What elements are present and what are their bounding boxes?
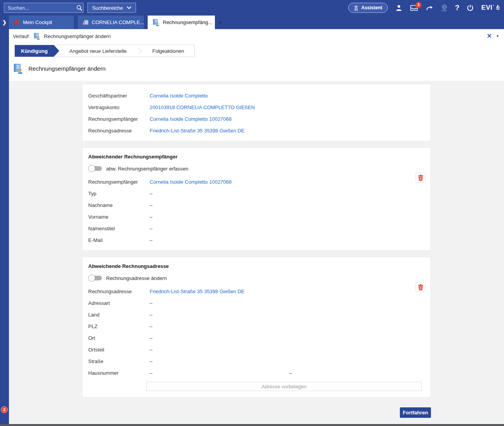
- field-label: Ort: [88, 335, 150, 341]
- application-window: Suchbereiche Assistent: [0, 0, 504, 426]
- sidebar-notification-badge: 3: [1, 406, 8, 413]
- field-label: Vertragskonto: [88, 104, 150, 110]
- step-angebot-neue-lieferstelle[interactable]: Angebot neue Lieferstelle: [59, 45, 137, 57]
- field-label: Rechnungsadresse: [88, 128, 150, 134]
- field-value-link[interactable]: Cornelia Isolde Completto: [150, 93, 289, 99]
- sidebar-expand-button[interactable]: ❯: [0, 16, 9, 29]
- global-search: [4, 3, 84, 13]
- field-value-link[interactable]: 200103918 CORNELIA COMPLETTO GIEßEN: [150, 104, 289, 110]
- field-label: Hausnummer: [88, 370, 150, 376]
- history-current-item[interactable]: Rechnungsempfänger ändern: [44, 33, 111, 39]
- field-label: Ortsteil: [88, 347, 150, 353]
- close-process-icon[interactable]: ✕: [487, 33, 492, 39]
- cmd-globe-icon[interactable]: CMD: [441, 4, 448, 12]
- field-row: Ort–: [88, 332, 425, 344]
- logout-power-button[interactable]: [467, 4, 474, 11]
- redo-icon[interactable]: [426, 5, 434, 11]
- inbox-count-badge: 3: [415, 2, 422, 8]
- fortfahren-button[interactable]: Fortfahren: [400, 407, 431, 418]
- invoice-recipient-icon: [152, 19, 160, 26]
- abw-rechnungsempfaenger-toggle[interactable]: [88, 165, 102, 172]
- field-row: GeschäftspartnerCornelia Isolde Complett…: [88, 90, 425, 101]
- card-title: Abweichender Rechnungsempfänger: [88, 154, 425, 160]
- history-label: Verlauf:: [13, 33, 30, 39]
- search-icon[interactable]: [76, 5, 83, 11]
- field-row: Hausnummer––: [88, 367, 425, 379]
- lighthouse-icon: [354, 5, 359, 11]
- invoice-recipient-icon: [13, 63, 23, 74]
- trash-icon: [418, 174, 424, 181]
- field-row: Namenstitel–: [88, 223, 425, 234]
- card-vertragsdaten: GeschäftspartnerCornelia Isolde Complett…: [82, 84, 431, 141]
- history-dropdown-icon[interactable]: ▾: [497, 34, 499, 38]
- tab-close-icon[interactable]: ✕: [218, 20, 222, 25]
- field-rows: RechnungsempfängerCornelia Isolde Comple…: [88, 176, 425, 246]
- main-area: 3 Verlauf: Rec: [0, 29, 504, 424]
- step-kuendigung[interactable]: Kündigung: [15, 45, 59, 57]
- field-label: Rechnungsadresse: [88, 289, 150, 294]
- tab-label: Mein Cockpit: [23, 19, 52, 25]
- field-value: –: [150, 347, 289, 353]
- toggle-knob: [88, 275, 95, 282]
- field-value: –: [150, 226, 289, 231]
- field-label: Rechnungsempfänger: [88, 179, 150, 185]
- footer-actions: Fortfahren: [82, 403, 431, 423]
- tab-rechnungsempfaenger[interactable]: Rechnungsempfäng... ✕: [148, 16, 215, 29]
- building-icon: [82, 19, 89, 26]
- collapsed-sidebar[interactable]: 3: [0, 29, 9, 424]
- adresse-vorbelegen-button[interactable]: Adresse vorbelegen: [146, 382, 422, 391]
- tab-cornelia-completto[interactable]: CORNELIA COMPLE... ✕: [78, 16, 144, 29]
- field-row: Nachname–: [88, 199, 425, 211]
- field-label: PLZ: [88, 323, 150, 329]
- field-value-link[interactable]: Friedrich-List-Straße 35 35398 Gießen DE: [150, 289, 289, 294]
- field-row: Vertragskonto200103918 CORNELIA COMPLETT…: [88, 101, 425, 113]
- field-row: Land–: [88, 309, 425, 320]
- field-value: –: [150, 191, 289, 196]
- field-value-link[interactable]: Friedrich-List-Straße 35 35398 Gießen DE: [150, 128, 289, 134]
- field-value: –: [150, 370, 289, 376]
- field-label: Straße: [88, 358, 150, 364]
- search-input[interactable]: [8, 5, 76, 11]
- assistant-button[interactable]: Assistent: [348, 3, 388, 13]
- page-title: Rechnungsempfänger ändern: [28, 65, 105, 72]
- tab-label: Rechnungsempfäng...: [163, 19, 212, 25]
- search-scope-dropdown[interactable]: Suchbereiche: [87, 3, 136, 13]
- toggle-row: abw. Rechnungsempfänger erfassen: [88, 163, 425, 174]
- help-button[interactable]: ?: [455, 3, 460, 12]
- field-value: –: [150, 312, 289, 318]
- field-rows: RechnungsadresseFriedrich-List-Straße 35…: [88, 285, 425, 379]
- history-row: Verlauf: Rechnungsempfänger ändern: [9, 29, 504, 43]
- field-row: Typ–: [88, 188, 425, 199]
- field-row: RechnungsempfängerCornelia Isolde Comple…: [88, 176, 425, 188]
- field-value-link[interactable]: Cornelia Isolde Completto 10027068: [150, 179, 289, 185]
- user-button[interactable]: [395, 4, 403, 11]
- field-value-link[interactable]: Cornelia Isolde Completto 10027068: [150, 116, 289, 122]
- tab-mein-cockpit[interactable]: Mein Cockpit: [9, 16, 74, 29]
- field-row: E-Mail–: [88, 234, 425, 246]
- field-row: Vorname–: [88, 211, 425, 223]
- content-header-controls: ✕ ▾: [487, 33, 499, 39]
- field-label: Nachname: [88, 202, 150, 208]
- field-value: –: [150, 214, 289, 220]
- field-label: Typ: [88, 191, 150, 196]
- field-row: RechnungsadresseFriedrich-List-Straße 35…: [88, 125, 425, 136]
- delete-recipient-button[interactable]: [415, 172, 426, 183]
- toggle-label: abw. Rechnungsempfänger erfassen: [106, 166, 188, 172]
- step-separator-icon: [137, 45, 142, 57]
- delete-address-button[interactable]: [415, 282, 426, 292]
- brand-text: EVI: [481, 4, 492, 12]
- bottom-status-bar: [0, 424, 504, 426]
- cmd-label: CMD: [441, 9, 447, 12]
- inbox-button[interactable]: 3: [410, 5, 418, 11]
- toggle-label: Rechnungsadresse ändern: [106, 275, 167, 281]
- field-label: Vorname: [88, 214, 150, 220]
- field-row: RechnungsadresseFriedrich-List-Straße 35…: [88, 285, 425, 297]
- top-bar: Suchbereiche Assistent: [0, 0, 504, 16]
- tab-bar: ❯ Mein Cockpit CORNELIA COMPLE... ✕: [0, 16, 504, 29]
- trash-icon: [418, 284, 424, 290]
- field-value: –: [150, 237, 289, 243]
- rechnungsadresse-aendern-toggle[interactable]: [88, 275, 102, 282]
- step-folgeaktionen[interactable]: Folgeaktionen: [142, 45, 194, 57]
- field-value: –: [150, 323, 289, 329]
- invoice-recipient-icon: [33, 33, 40, 40]
